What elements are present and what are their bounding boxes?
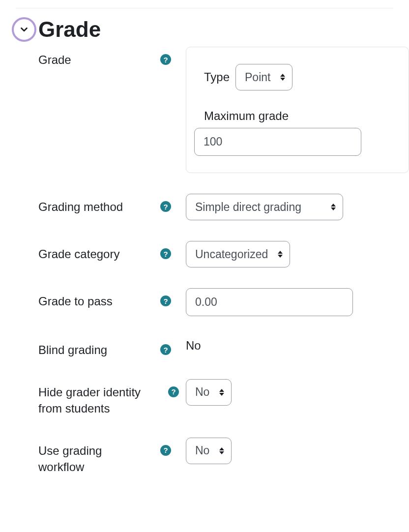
select-grade-category-value: Uncategorized [195, 248, 268, 261]
row-blind-grading: Blind grading ? No [38, 337, 409, 358]
svg-marker-3 [331, 207, 336, 210]
select-grade-type[interactable]: Point [235, 64, 292, 90]
select-hide-grader-value: No [195, 385, 209, 399]
svg-marker-8 [219, 447, 224, 450]
select-grading-method[interactable]: Simple direct grading [186, 194, 343, 220]
select-grade-category[interactable]: Uncategorized [186, 241, 290, 267]
input-grade-to-pass[interactable] [186, 288, 353, 316]
svg-marker-1 [280, 78, 285, 81]
collapse-toggle-button[interactable] [12, 17, 36, 42]
select-grade-type-value: Point [245, 71, 270, 84]
label-max-grade: Maximum grade [204, 109, 399, 123]
select-hide-grader[interactable]: No [186, 379, 232, 406]
help-icon[interactable]: ? [160, 248, 171, 259]
select-grading-method-value: Simple direct grading [195, 201, 301, 214]
svg-marker-5 [278, 255, 283, 258]
help-icon[interactable]: ? [160, 54, 171, 65]
value-blind-grading: No [186, 337, 409, 353]
label-grade-category: Grade category [38, 246, 119, 263]
help-icon[interactable]: ? [160, 445, 171, 456]
section-title: Grade [38, 17, 101, 42]
help-icon[interactable]: ? [160, 201, 171, 212]
label-grade-to-pass: Grade to pass [38, 293, 113, 310]
label-grade: Grade [38, 52, 71, 68]
row-grade-to-pass: Grade to pass ? [38, 288, 409, 316]
select-grading-workflow[interactable]: No [186, 438, 232, 464]
select-caret-icon [219, 447, 224, 454]
label-blind-grading: Blind grading [38, 342, 107, 358]
label-hide-grader: Hide grader identity from students [38, 384, 166, 417]
svg-marker-7 [219, 393, 224, 396]
select-caret-icon [280, 74, 285, 81]
input-max-grade[interactable] [194, 128, 361, 156]
svg-marker-9 [219, 451, 224, 454]
svg-marker-0 [280, 74, 285, 77]
label-grade-type: Type [204, 70, 230, 84]
select-grading-workflow-value: No [195, 444, 209, 457]
row-grading-method: Grading method ? Simple direct grading [38, 194, 409, 220]
section-header-grade: Grade [0, 8, 409, 47]
svg-marker-6 [219, 389, 224, 392]
select-caret-icon [219, 389, 224, 396]
help-icon[interactable]: ? [160, 344, 171, 355]
svg-marker-2 [331, 204, 336, 207]
svg-marker-4 [278, 251, 283, 254]
help-icon[interactable]: ? [168, 386, 179, 397]
row-grade-category: Grade category ? Uncategorized [38, 241, 409, 267]
label-grading-method: Grading method [38, 199, 123, 215]
help-icon[interactable]: ? [160, 296, 171, 306]
row-hide-grader: Hide grader identity from students ? No [38, 379, 409, 417]
row-grading-workflow: Use grading workflow ? No [38, 438, 409, 475]
grade-nested-box: Type Point Maximum grade [186, 47, 409, 173]
form-content: Grade ? Type Point Maximum grade [0, 47, 409, 475]
chevron-down-icon [19, 24, 29, 35]
row-grade: Grade ? Type Point Maximum grade [38, 47, 409, 173]
label-grading-workflow: Use grading workflow [38, 443, 127, 475]
select-caret-icon [278, 251, 283, 258]
select-caret-icon [331, 204, 336, 210]
